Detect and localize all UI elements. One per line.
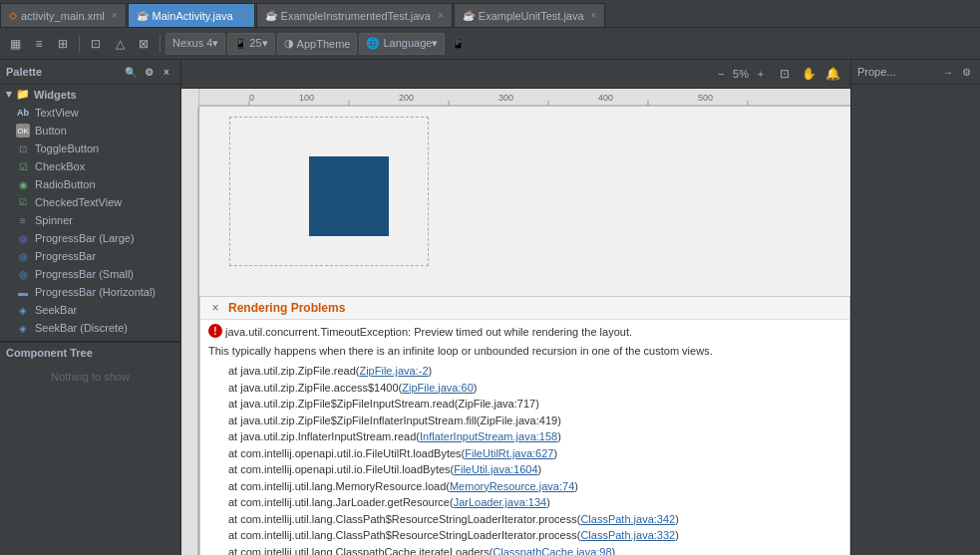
tab-exampleunittest-java[interactable]: ☕ ExampleUnitTest.java × [454, 3, 606, 27]
fit-button[interactable]: ⊡ [775, 64, 795, 84]
language-selector[interactable]: 🌐 Language▾ [359, 33, 445, 55]
language-label: Language▾ [383, 37, 438, 50]
seekbar-icon: ◈ [16, 303, 30, 317]
svg-text:400: 400 [598, 93, 613, 103]
stack-link-6[interactable]: FileUtil.java:1604 [454, 463, 537, 475]
error-message: java.util.concurrent.TimeoutException: P… [225, 324, 632, 341]
java-icon: ☕ [137, 10, 149, 21]
zoom-controls: − 5% + [711, 64, 771, 84]
palette-item-label: Spinner [35, 214, 73, 226]
stack-link-11[interactable]: ClasspathCache.java:98 [492, 546, 611, 556]
layout-grid-button[interactable]: ▦ [4, 33, 26, 55]
rendering-body[interactable]: ! java.util.concurrent.TimeoutException:… [200, 320, 849, 555]
zoom-out-button[interactable]: − [711, 64, 731, 84]
palette-item-button[interactable]: OK Button [0, 122, 180, 139]
rendering-title: Rendering Problems [228, 301, 345, 315]
palette-item-label: ProgressBar [35, 250, 96, 262]
palette-item-radiobutton[interactable]: ◉ RadioButton [0, 175, 180, 193]
tab-exampleinstrumentedtest-java[interactable]: ☕ ExampleInstrumentedTest.java × [256, 3, 453, 27]
stack-link-4[interactable]: InflaterInputStream.java:158 [420, 430, 557, 442]
textview-icon: Ab [16, 106, 30, 120]
vertical-ruler [181, 107, 199, 555]
palette-item-checkedtextview[interactable]: ☑ CheckedTextView [0, 193, 180, 211]
palette-item-spinner[interactable]: ≡ Spinner [0, 211, 180, 229]
api-selector[interactable]: 📱 25▾ [227, 33, 274, 55]
palette-header-icons: 🔍 ⚙ × [123, 64, 174, 80]
expand-button[interactable]: ⊠ [133, 33, 155, 55]
constraint-button[interactable]: △ [109, 33, 131, 55]
palette-item-seekbar-discrete[interactable]: ◈ SeekBar (Discrete) [0, 319, 180, 337]
stack-link-0[interactable]: ZipFile.java:-2 [359, 365, 428, 377]
layout-list-button[interactable]: ≡ [28, 33, 50, 55]
tab-bar: ◇ activity_main.xml × ☕ MainActivity.jav… [0, 0, 980, 28]
nothing-to-show-label: Nothing to show [51, 371, 130, 383]
corner-spacer [181, 89, 199, 107]
alert-button[interactable]: 🔔 [822, 64, 842, 84]
widget-box[interactable] [309, 156, 389, 236]
properties-arrow-icon[interactable]: → [940, 64, 956, 80]
rendering-close-button[interactable]: × [208, 301, 222, 315]
properties-panel: Prope... → ⚙ [850, 60, 980, 555]
palette-item-label: ToggleButton [35, 142, 99, 154]
stack-link-1[interactable]: ZipFile.java:60 [402, 382, 474, 394]
device-selector[interactable]: Nexus 4▾ [165, 33, 225, 55]
palette-item-progressbar-small[interactable]: ◎ ProgressBar (Small) [0, 265, 180, 283]
palette-item-togglebutton[interactable]: ⊡ ToggleButton [0, 139, 180, 157]
palette-close-icon[interactable]: × [159, 64, 174, 80]
layout-columns-button[interactable]: ⊞ [52, 33, 74, 55]
canvas-body-row: × Rendering Problems ! java.util.concurr… [181, 107, 850, 555]
stack-line-0: at java.util.zip.ZipFile.read(ZipFile.ja… [208, 363, 841, 380]
close-icon[interactable]: × [438, 10, 444, 21]
stack-line-1: at java.util.zip.ZipFile.access$1400(Zip… [208, 380, 841, 397]
stack-line-9: at com.intellij.util.lang.ClassPath$Reso… [208, 511, 841, 528]
stack-line-2: at java.util.zip.ZipFile$ZipFileInputStr… [208, 396, 841, 413]
canvas-with-rulers: 0 100 200 300 400 500 [181, 89, 850, 107]
rendering-problems-panel: × Rendering Problems ! java.util.concurr… [199, 296, 850, 555]
tab-activity-main-xml[interactable]: ◇ activity_main.xml × [0, 3, 127, 27]
palette-item-progressbar-horizontal[interactable]: ▬ ProgressBar (Horizontal) [0, 283, 180, 301]
palette-category-widgets[interactable]: ▾ 📁 Widgets [0, 85, 180, 104]
language-icon: 🌐 [366, 37, 380, 50]
device-label: Nexus 4▾ [172, 37, 218, 50]
test-icon: ☕ [265, 10, 277, 21]
stack-link-7[interactable]: MemoryResource.java:74 [450, 480, 574, 492]
toolbar-separator-2 [160, 35, 161, 53]
progressbar-large-icon: ◎ [16, 231, 30, 245]
stack-line-4: at java.util.zip.InflaterInputStream.rea… [208, 428, 841, 445]
horizontal-ruler: 0 100 200 300 400 500 [199, 89, 850, 107]
palette-item-progressbar-large[interactable]: ◎ ProgressBar (Large) [0, 229, 180, 247]
main-layout: Palette 🔍 ⚙ × ▾ 📁 Widgets Ab TextView OK… [0, 60, 980, 555]
pan-button[interactable]: ✋ [799, 64, 818, 84]
svg-text:300: 300 [498, 93, 513, 103]
palette-settings-icon[interactable]: ⚙ [141, 64, 157, 80]
orientation-button[interactable]: 📱 [447, 33, 469, 55]
palette-item-seekbar[interactable]: ◈ SeekBar [0, 301, 180, 319]
stack-link-9[interactable]: ClassPath.java:342 [580, 513, 675, 525]
stack-link-10[interactable]: ClassPath.java:332 [580, 529, 675, 541]
close-icon[interactable]: × [112, 10, 118, 21]
close-icon[interactable]: × [591, 10, 597, 21]
stack-link-8[interactable]: JarLoader.java:134 [454, 496, 547, 508]
palette-header: Palette 🔍 ⚙ × [0, 60, 180, 85]
palette-item-label: RadioButton [35, 178, 96, 190]
canvas-scroll-area[interactable]: 0 100 200 300 400 500 [181, 89, 850, 555]
palette-item-label: ProgressBar (Horizontal) [35, 286, 156, 298]
rendering-header: × Rendering Problems [200, 297, 849, 320]
svg-text:0: 0 [249, 93, 254, 103]
palette-item-checkbox[interactable]: ☑ CheckBox [0, 157, 180, 175]
theme-selector[interactable]: ◑ AppTheme [277, 33, 358, 55]
properties-header: Prope... → ⚙ [851, 60, 980, 85]
palette-button[interactable]: ⊡ [85, 33, 107, 55]
palette-item-progressbar[interactable]: ◎ ProgressBar [0, 247, 180, 265]
palette-search-icon[interactable]: 🔍 [123, 64, 139, 80]
component-tree-header: Component Tree [0, 342, 180, 363]
svg-text:500: 500 [698, 93, 713, 103]
tab-mainactivity-java[interactable]: ☕ MainActivity.java × [128, 3, 255, 27]
properties-settings-icon[interactable]: ⚙ [958, 64, 974, 80]
close-icon[interactable]: × [240, 10, 246, 21]
zoom-in-button[interactable]: + [751, 64, 771, 84]
palette-item-textview[interactable]: Ab TextView [0, 104, 180, 122]
radiobutton-icon: ◉ [16, 177, 30, 191]
category-folder-icon: 📁 [16, 88, 30, 101]
stack-link-5[interactable]: FileUtilRt.java:627 [465, 447, 553, 459]
